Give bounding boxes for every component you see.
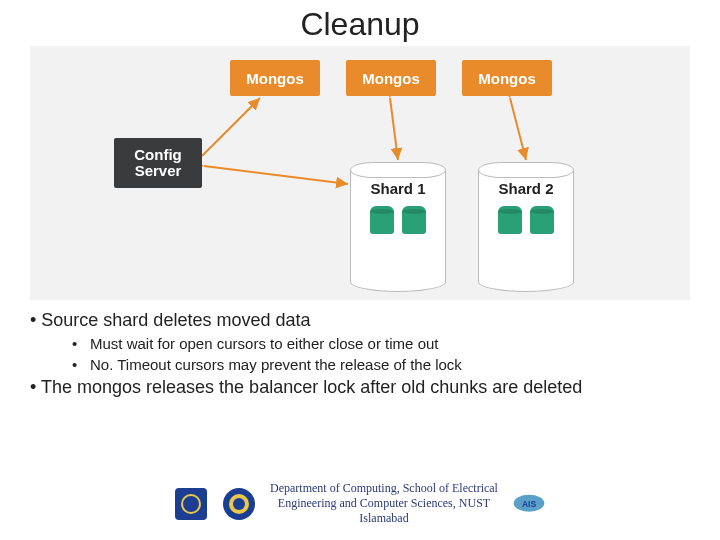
- data-chunk-icon: [498, 206, 522, 234]
- mongos-node-3: Mongos: [462, 60, 552, 96]
- bullet-2-post: releases the balancer lock after old chu…: [141, 377, 582, 397]
- bullet-2-code: mongos: [77, 377, 141, 397]
- shard-2: Shard 2: [478, 162, 574, 292]
- slide-title: Cleanup: [0, 0, 720, 43]
- svg-rect-4: [175, 488, 207, 520]
- shard-2-label: Shard 2: [478, 180, 574, 197]
- svg-point-8: [233, 498, 245, 510]
- mongos-node-2: Mongos: [346, 60, 436, 96]
- bullet-1-sub-1: Must wait for open cursors to either clo…: [90, 335, 690, 352]
- bullet-content: Source shard deletes moved data Must wai…: [30, 310, 690, 402]
- config-server-node: Config Server: [114, 138, 202, 188]
- dept-line-3: Islamabad: [359, 511, 408, 525]
- data-chunk-icon: [402, 206, 426, 234]
- svg-line-2: [390, 98, 398, 160]
- shard-1: Shard 1: [350, 162, 446, 292]
- bullet-2-pre: The: [41, 377, 77, 397]
- data-chunk-icon: [370, 206, 394, 234]
- data-chunk-icon: [530, 206, 554, 234]
- bullet-1-sub-2: No. Timeout cursors may prevent the rele…: [90, 356, 690, 373]
- ais-logo-icon: AIS: [512, 487, 546, 521]
- bullet-1: Source shard deletes moved data: [30, 310, 690, 331]
- nust-seal-icon: [222, 487, 256, 521]
- svg-line-1: [204, 166, 348, 184]
- mongos-node-1: Mongos: [230, 60, 320, 96]
- slide-footer: Department of Computing, School of Elect…: [0, 481, 720, 526]
- shard-1-label: Shard 1: [350, 180, 446, 197]
- svg-line-0: [202, 98, 260, 156]
- svg-line-3: [510, 98, 526, 160]
- dept-line-1: Department of Computing, School of Elect…: [270, 481, 498, 495]
- department-credit: Department of Computing, School of Elect…: [270, 481, 498, 526]
- kth-logo-icon: [174, 487, 208, 521]
- architecture-diagram: Mongos Mongos Mongos Config Server Shard…: [30, 46, 690, 300]
- bullet-2: The mongos releases the balancer lock af…: [30, 377, 690, 398]
- svg-text:AIS: AIS: [522, 499, 536, 509]
- dept-line-2: Engineering and Computer Sciences, NUST: [278, 496, 490, 510]
